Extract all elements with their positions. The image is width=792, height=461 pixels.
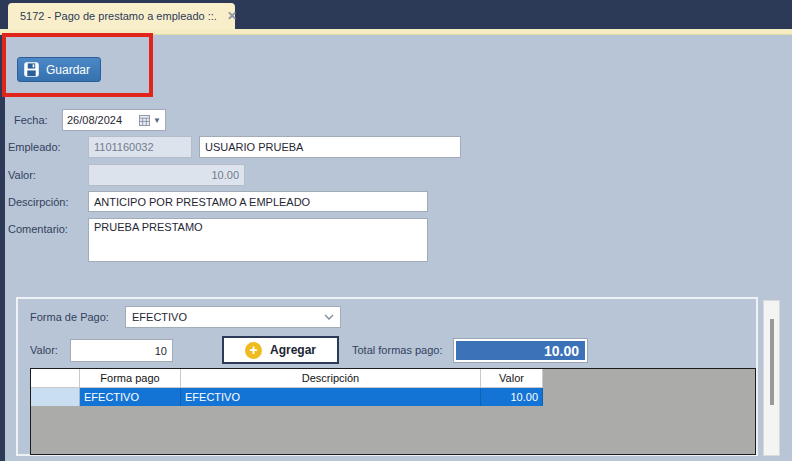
forma-de-pago-select[interactable]: EFECTIVO (125, 306, 341, 328)
vertical-scrollbar[interactable] (763, 300, 780, 456)
tab-pago-prestamo[interactable]: 5172 - Pago de prestamo a empleado ::. ✕ (8, 3, 235, 29)
tab-close-icon[interactable]: ✕ (227, 10, 237, 22)
total-formas-pago-field: 10.00 (453, 338, 588, 363)
forma-de-pago-label: Forma de Pago: (30, 311, 109, 323)
guardar-button[interactable]: Guardar (17, 57, 101, 82)
total-formas-pago-label: Total formas pago: (352, 344, 443, 356)
calendar-icon[interactable] (139, 115, 150, 126)
payment-valor-label: Valor: (30, 344, 58, 356)
cell-valor: 10.00 (481, 388, 543, 406)
fecha-input[interactable]: 26/08/2024 ▼ (62, 109, 166, 131)
column-header-forma-pago[interactable]: Forma pago (80, 369, 181, 388)
column-header-descripcion[interactable]: Descripción (181, 369, 481, 388)
window-left-border (0, 35, 5, 461)
fecha-value: 26/08/2024 (67, 114, 136, 126)
fecha-label: Fecha: (14, 114, 48, 126)
descripcion-label: Descirpción: (8, 196, 69, 208)
save-floppy-icon (24, 62, 39, 77)
column-header-valor[interactable]: Valor (481, 369, 543, 388)
table-row[interactable]: EFECTIVO EFECTIVO 10.00 (31, 388, 755, 406)
tab-bar: 5172 - Pago de prestamo a empleado ::. ✕ (0, 0, 792, 29)
cell-forma-pago: EFECTIVO (80, 388, 181, 406)
empleado-label: Empleado: (8, 141, 61, 153)
total-formas-pago-value: 10.00 (544, 343, 579, 359)
row-selector-cell[interactable] (31, 388, 80, 406)
forma-de-pago-value: EFECTIVO (132, 311, 324, 323)
empleado-code-field[interactable] (88, 136, 192, 158)
scrollbar-thumb[interactable] (770, 319, 774, 405)
column-header-selector[interactable] (31, 369, 80, 388)
comentario-label: Comentario: (8, 223, 68, 235)
calendar-dropdown-arrow[interactable]: ▼ (153, 116, 161, 125)
app-window: 5172 - Pago de prestamo a empleado ::. ✕… (0, 0, 792, 461)
agregar-button[interactable]: + Agregar (222, 336, 339, 364)
agregar-label: Agregar (270, 343, 316, 357)
plus-circle-icon: + (245, 342, 262, 359)
chevron-down-icon (324, 314, 334, 320)
tab-strip (0, 29, 792, 35)
descripcion-field[interactable] (88, 191, 428, 212)
valor-label: Valor: (8, 169, 36, 181)
table-header-row: Forma pago Descripción Valor (31, 369, 755, 388)
valor-field[interactable] (88, 164, 245, 186)
payment-valor-field[interactable] (70, 339, 173, 362)
guardar-label: Guardar (46, 63, 90, 77)
comentario-field[interactable]: PRUEBA PRESTAMO (88, 218, 428, 262)
empleado-name-field[interactable] (199, 136, 461, 158)
tab-title: 5172 - Pago de prestamo a empleado ::. (20, 10, 217, 22)
payment-table: Forma pago Descripción Valor EFECTIVO EF… (30, 368, 756, 455)
cell-descripcion: EFECTIVO (181, 388, 481, 406)
